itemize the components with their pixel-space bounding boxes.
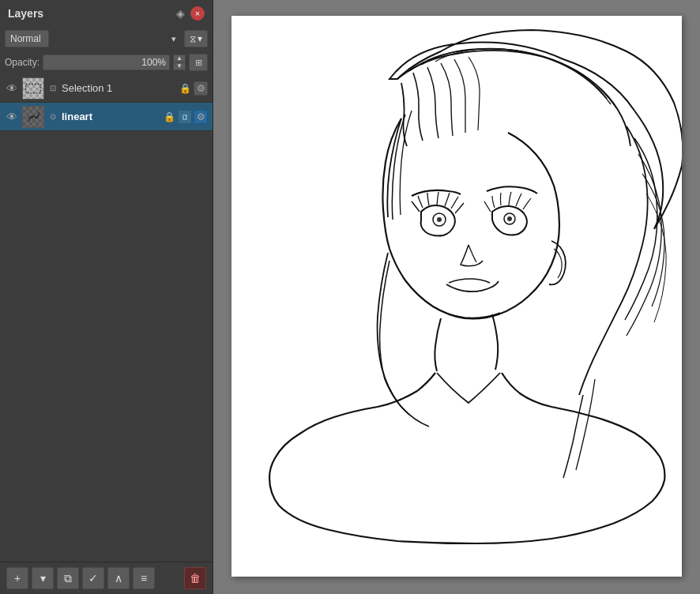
blend-mode-row: Normal Multiply Screen Overlay ⧖ ▾ (0, 27, 213, 51)
svg-point-4 (507, 216, 512, 221)
gear-icon-selection1[interactable]: ⚙ (194, 81, 208, 96)
pin-icon[interactable]: ◈ (175, 8, 186, 19)
copy-icon: ⊞ (195, 58, 202, 68)
duplicate-icon: ⧉ (64, 572, 72, 585)
panel-title: Layers (8, 7, 43, 20)
eye-icon-selection1[interactable]: 👁 (5, 81, 19, 96)
layers-panel: Layers ◈ × Normal Multiply Screen Overla… (0, 0, 213, 594)
layer-item-selection1[interactable]: 👁 ⊡ Selection 1 🔒 ⚙ (0, 74, 213, 103)
layer-menu-button[interactable]: ≡ (133, 567, 155, 589)
canvas-svg (231, 16, 682, 577)
close-button[interactable]: × (190, 6, 205, 21)
duplicate-layer-button[interactable]: ⧉ (57, 567, 79, 589)
chevron-down-icon: ▾ (40, 572, 46, 585)
canvas-area (213, 0, 700, 594)
check-icon: ✓ (88, 572, 98, 585)
opacity-decrement-button[interactable]: ▼ (173, 62, 186, 70)
layer-name-lineart: lineart (62, 111, 159, 122)
svg-rect-0 (26, 84, 41, 92)
layers-list: 👁 ⊡ Selection 1 🔒 ⚙ 👁 ⊙ (0, 74, 213, 562)
eye-icon-lineart[interactable]: 👁 (5, 110, 19, 124)
filter-chevron-icon: ▾ (198, 33, 202, 44)
layer-item-lineart[interactable]: 👁 ⊙ lineart 🔒 α ⚙ (0, 103, 213, 131)
lock-icon-selection1[interactable]: 🔒 (178, 81, 192, 96)
layer-icons-selection1: 🔒 ⚙ (178, 81, 208, 96)
opacity-label: Opacity: (5, 57, 40, 68)
layer-name-selection1: Selection 1 (62, 82, 175, 94)
delete-layer-button[interactable]: 🗑 (184, 567, 206, 589)
add-layer-chevron-button[interactable]: ▾ (32, 567, 54, 589)
panel-header-icons: ◈ × (175, 6, 205, 21)
opacity-increment-button[interactable]: ▲ (173, 55, 186, 62)
add-layer-button[interactable]: + (6, 567, 28, 589)
alpha-icon-lineart[interactable]: α (178, 110, 192, 124)
move-layer-up-button[interactable]: ∧ (107, 567, 130, 589)
thumb-lineart (22, 106, 44, 128)
merge-layers-button[interactable]: ✓ (82, 567, 104, 589)
blend-mode-select[interactable]: Normal Multiply Screen Overlay (5, 30, 49, 47)
opacity-row: Opacity: 100% ▲ ▼ ⊞ (0, 51, 213, 74)
panel-toolbar: + ▾ ⧉ ✓ ∧ ≡ 🗑 (0, 562, 213, 594)
gear-icon-lineart[interactable]: ⚙ (194, 110, 208, 124)
opacity-spinner-buttons: ▲ ▼ (173, 55, 186, 70)
trash-icon: 🗑 (190, 572, 201, 585)
lock-icon-lineart[interactable]: 🔒 (162, 110, 176, 124)
layer-icons-lineart: 🔒 α ⚙ (162, 110, 208, 124)
drawing-canvas[interactable] (231, 16, 682, 577)
blend-mode-wrapper: Normal Multiply Screen Overlay (5, 30, 181, 47)
filter-button[interactable]: ⧖ ▾ (184, 30, 208, 47)
copy-to-clipboard-button[interactable]: ⊞ (189, 54, 208, 71)
filter-icon: ⧖ (190, 33, 196, 44)
add-icon: + (14, 572, 21, 585)
layer-type-icon-selection1: ⊡ (47, 83, 58, 94)
panel-header: Layers ◈ × (0, 0, 213, 27)
up-arrow-icon: ∧ (115, 572, 122, 585)
layer-type-icon-lineart: ⊙ (47, 111, 58, 122)
svg-point-2 (437, 217, 442, 222)
menu-icon: ≡ (141, 572, 147, 585)
thumb-selection1 (22, 77, 44, 100)
opacity-input[interactable]: 100% (43, 55, 170, 70)
